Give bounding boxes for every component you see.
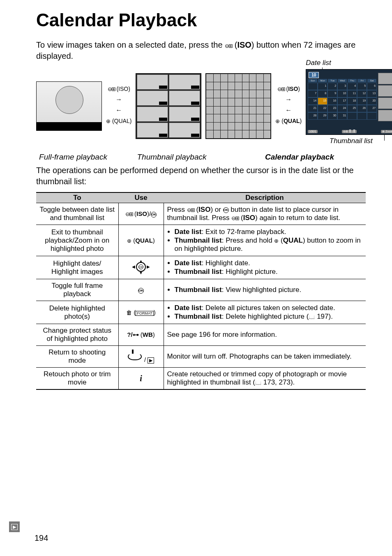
caption-thumbnail: Thumbnail playback [110, 153, 233, 162]
cell-use: (FORMAT) [118, 301, 164, 324]
table-row: Change protect status of highlighted pho… [36, 324, 366, 346]
date-list-label: Date list [306, 59, 331, 67]
arrow-column-1: (ISO) → ← (QUAL) [106, 69, 131, 124]
cell-to: Highlight dates/ Highlight images [36, 256, 118, 279]
cell-use: OK◀▶ [118, 256, 164, 279]
cell-description: Create retouched or trimmed copy of phot… [164, 368, 366, 390]
cell-to: Delete highlighted photo(s) [36, 301, 118, 324]
cell-use: ?/⊶ (WB) [118, 324, 164, 346]
th-to: To [36, 192, 118, 203]
body-text: The operations can be performed depend o… [36, 165, 366, 187]
calendar-footer-left: 100/1 [308, 130, 318, 133]
playback-tab-icon: ▶ [9, 521, 20, 532]
cell-description: Press (ISO) or OK button in date list to… [164, 203, 366, 225]
figure-captions: Full-frame playback Thumbnail playback C… [36, 153, 366, 162]
thumbnail-list-label: Thumbnail list [330, 137, 373, 145]
cell-to: Retouch photo or trim movie [36, 368, 118, 390]
cell-to: Toggle full frame playback [36, 279, 118, 301]
table-row: Toggle full frame playbackOKThumbnail li… [36, 279, 366, 301]
cell-to: Change protect status of highlighted pho… [36, 324, 118, 346]
caption-calendar: Calendar playback [233, 153, 366, 162]
cell-description: See page 196 for more information. [164, 324, 366, 346]
caption-fullframe: Full-frame playback [36, 153, 110, 162]
cell-use: i [118, 368, 164, 390]
page-title: Calendar Playback [36, 10, 366, 30]
cell-description: Date list: Delete all pictures taken on … [164, 301, 366, 324]
table-row: Exit to thumbnail playback/Zoom in on hi… [36, 225, 366, 256]
cell-use: OK [118, 279, 164, 301]
table-row: Delete highlighted photo(s) (FORMAT)Date… [36, 301, 366, 324]
cell-description: Date list: Highlight date.Thumbnail list… [164, 256, 366, 279]
cell-use: (ISO)/OK [118, 203, 164, 225]
table-row: Retouch photo or trim movieiCreate retou… [36, 368, 366, 390]
calendar-footer-mid: ⊖⊞ ≣↕≣ [342, 130, 356, 133]
table-row: Toggle between date list and thumbnail l… [36, 203, 366, 225]
cell-description: Date list: Exit to 72-frame playback.Thu… [164, 225, 366, 256]
calendar-weekday-header: SunMonTueWedThuFriSat [308, 79, 377, 83]
cell-description: Monitor will turn off. Photographs can b… [164, 346, 366, 368]
cell-use: / ▶ [118, 346, 164, 368]
intro-text: To view images taken on a selected date,… [36, 39, 366, 62]
cell-use: (QUAL) [118, 225, 164, 256]
table-row: Highlight dates/ Highlight imagesOK◀▶Dat… [36, 256, 366, 279]
th-use: Use [118, 192, 164, 203]
figures-row: (ISO) → ← (QUAL) (ISO) → ← (QUAL) Date l… [36, 69, 366, 145]
calendar-footer-right: ⊕ Zoom [381, 130, 392, 133]
cell-description: Thumbnail list: View highlighted picture… [164, 279, 366, 301]
cell-to: Return to shooting mode [36, 346, 118, 368]
thumb8-image [136, 73, 201, 139]
calendar-image: 10 SunMonTueWedThuFriSat 123456 78910111… [306, 69, 392, 135]
calendar-month: 10 [309, 72, 319, 78]
arrow-column-2: (ISO) → ← (QUAL) [275, 69, 302, 124]
thumb72-image [205, 73, 271, 139]
calendar-thumbnail-column [378, 73, 392, 121]
cell-to: Toggle between date list and thumbnail l… [36, 203, 118, 225]
table-row: Return to shooting mode / ▶Monitor will … [36, 346, 366, 368]
page-number: 194 [35, 533, 48, 543]
operations-table: To Use Description Toggle between date l… [36, 192, 366, 390]
fullframe-image [36, 81, 102, 131]
cell-to: Exit to thumbnail playback/Zoom in on hi… [36, 225, 118, 256]
th-description: Description [164, 192, 366, 203]
calendar-dates: 123456 78910111213 14151617181920 212223… [308, 83, 377, 120]
